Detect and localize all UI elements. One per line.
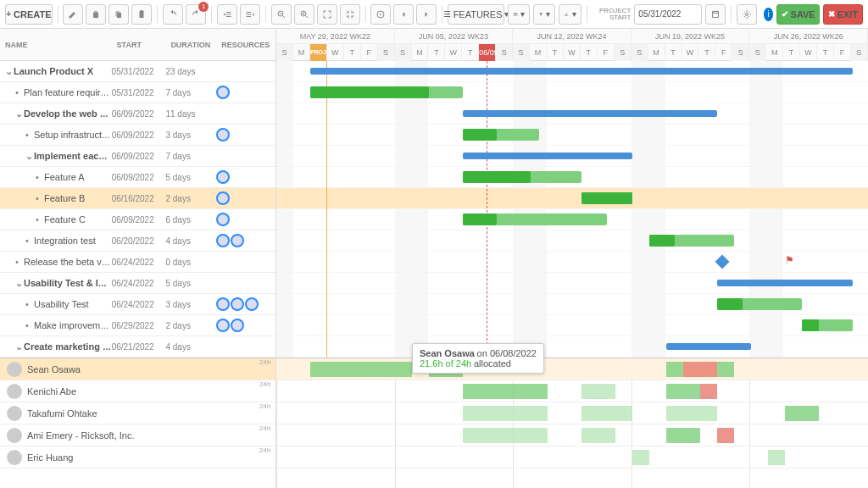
timeline-row[interactable] — [276, 336, 868, 358]
timeline-row[interactable] — [276, 82, 868, 103]
allocation-bar[interactable] — [581, 406, 632, 421]
col-duration[interactable]: DURATION — [165, 41, 216, 49]
timeline-row[interactable] — [276, 209, 868, 230]
progress-bar — [581, 192, 632, 204]
milestone[interactable] — [715, 255, 730, 269]
task-row[interactable]: •Setup infrastructure06/09/20223 days — [0, 125, 275, 146]
resource-row[interactable]: Kenichi Abe — [0, 380, 275, 402]
task-row[interactable]: ⌄Develop the web app06/09/202211 days — [0, 103, 275, 125]
delete-button[interactable] — [86, 4, 106, 25]
create-button[interactable]: + CREATE — [5, 4, 53, 25]
zoom-out-button[interactable] — [271, 4, 292, 25]
exit-button[interactable]: ✖ EXIT — [823, 4, 863, 25]
allocation-bar[interactable] — [717, 428, 734, 443]
features-dropdown[interactable]: ☰ FEATURES ▾ — [448, 4, 504, 25]
next-button[interactable] — [416, 4, 437, 25]
task-name: Make improvements — [34, 320, 112, 330]
allocation-bar[interactable] — [463, 384, 548, 399]
gantt-bar[interactable] — [463, 152, 632, 159]
allocation-bar[interactable] — [666, 428, 700, 443]
task-row[interactable]: •Plan feature requirements05/31/20227 da… — [0, 82, 275, 103]
undo-button[interactable] — [163, 4, 183, 25]
allocation-bar[interactable] — [666, 362, 683, 377]
zoom-fit-button[interactable] — [317, 4, 337, 25]
timeline-row[interactable] — [276, 61, 868, 82]
task-row[interactable]: ⌄Usability Test & Improvement06/24/20225… — [0, 273, 275, 294]
task-row[interactable]: ⌄Create marketing contents06/21/20224 da… — [0, 336, 275, 358]
allocation-bar[interactable] — [463, 406, 548, 421]
gantt-bar[interactable] — [463, 110, 717, 117]
timeline-row[interactable] — [276, 315, 868, 336]
prev-button[interactable] — [393, 4, 414, 25]
allocation-bar[interactable] — [581, 384, 615, 399]
resource-row[interactable]: Takafumi Ohtake — [0, 402, 275, 424]
allocation-bar[interactable] — [632, 450, 649, 465]
resource-row[interactable]: Eric Huang — [0, 446, 275, 469]
resource-row[interactable]: Sean Osawa — [0, 358, 275, 380]
columns-dropdown[interactable]: ▾ — [508, 4, 530, 25]
allocation-bar[interactable] — [785, 406, 819, 421]
task-row[interactable]: ⌄Launch Product X05/31/202223 days — [0, 61, 275, 82]
expand-icon[interactable]: ⌄ — [15, 108, 24, 119]
filter-dropdown[interactable]: ▾ — [533, 4, 555, 25]
copy-button[interactable] — [108, 4, 129, 25]
gantt-bar[interactable] — [666, 343, 751, 350]
gantt-bar[interactable] — [310, 68, 853, 75]
progress-bar — [310, 86, 429, 98]
expand-icon[interactable]: ⌄ — [15, 341, 24, 352]
task-resources — [216, 191, 275, 205]
timeline-row[interactable] — [276, 125, 868, 146]
outdent-button[interactable] — [217, 4, 237, 25]
calendar-button[interactable] — [705, 4, 726, 25]
task-row[interactable]: •Make improvements06/29/20222 days — [0, 315, 275, 336]
info-icon[interactable]: i — [764, 8, 773, 21]
timeline-row[interactable] — [276, 167, 868, 188]
task-row[interactable]: •Integration test06/20/20224 days — [0, 230, 275, 252]
task-row[interactable]: •Release the beta version06/24/20220 day… — [0, 252, 275, 273]
paste-button[interactable] — [131, 4, 152, 25]
allocation-bar[interactable] — [581, 428, 615, 443]
timeline-row[interactable] — [276, 188, 868, 209]
task-row[interactable]: •Usability Test06/24/20223 days — [0, 294, 275, 315]
timeline-row[interactable] — [276, 273, 868, 294]
redo-button[interactable]: 1 — [186, 4, 206, 25]
gantt-bar[interactable] — [717, 280, 853, 286]
timeline-row[interactable] — [276, 230, 868, 252]
project-start-input[interactable] — [634, 4, 702, 25]
expand-icon[interactable]: ⌄ — [15, 278, 24, 289]
task-duration: 3 days — [165, 130, 216, 140]
day-header: S — [496, 44, 513, 61]
task-row[interactable]: •Feature C06/09/20226 days — [0, 209, 275, 230]
settings-button[interactable] — [737, 4, 757, 25]
task-row[interactable]: ⌄Implement each features06/09/20227 days — [0, 146, 275, 167]
edit-button[interactable] — [63, 4, 83, 25]
allocation-bar[interactable] — [666, 406, 717, 421]
timeline-row[interactable] — [276, 252, 868, 273]
allocation-bar[interactable] — [717, 362, 734, 377]
expand-icon[interactable]: ⌄ — [25, 151, 34, 162]
goto-today-button[interactable] — [370, 4, 391, 25]
allocation-bar[interactable] — [768, 450, 785, 465]
allocation-bar[interactable] — [310, 362, 412, 377]
col-name[interactable]: NAME — [0, 41, 112, 49]
day-header: W — [682, 44, 699, 61]
allocation-bar[interactable] — [700, 384, 717, 399]
resource-row[interactable]: Ami Emery - Ricksoft, Inc. — [0, 424, 275, 446]
zoom-in-button[interactable] — [294, 4, 314, 25]
save-label: SAVE — [791, 9, 815, 19]
timeline-row[interactable] — [276, 146, 868, 167]
allocation-bar[interactable] — [683, 362, 717, 377]
save-button[interactable]: ✔ SAVE — [776, 4, 819, 25]
col-resources[interactable]: RESOURCES — [216, 41, 275, 49]
timeline-row[interactable] — [276, 103, 868, 125]
baseline-dropdown[interactable]: ▾ — [559, 4, 581, 25]
allocation-bar[interactable] — [666, 384, 700, 399]
task-row[interactable]: •Feature B06/16/20222 days — [0, 188, 275, 209]
indent-button[interactable] — [240, 4, 260, 25]
expand-icon[interactable]: ⌄ — [5, 66, 14, 77]
col-start[interactable]: START — [112, 41, 166, 49]
timeline-row[interactable] — [276, 294, 868, 315]
allocation-bar[interactable] — [463, 428, 548, 443]
collapse-button[interactable] — [340, 4, 360, 25]
task-row[interactable]: •Feature A06/09/20225 days — [0, 167, 275, 188]
